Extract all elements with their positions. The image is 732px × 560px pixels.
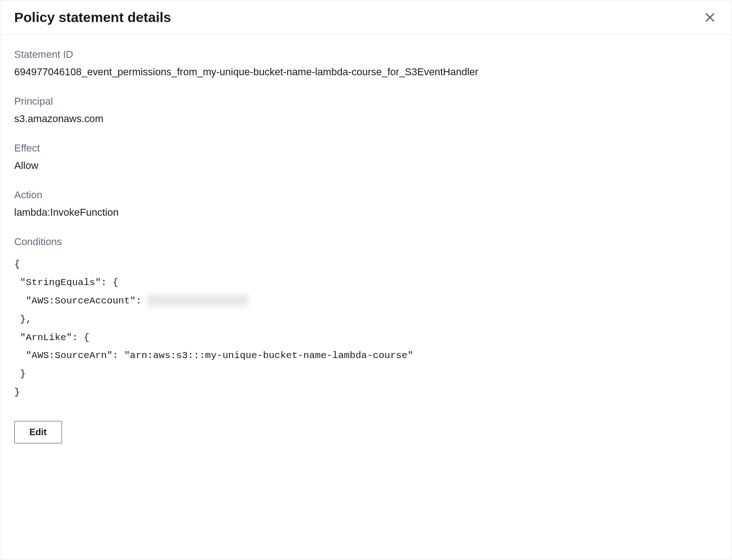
code-line: { — [14, 259, 20, 269]
code-line: } — [14, 387, 20, 398]
policy-statement-modal: Policy statement details Statement ID 69… — [0, 0, 732, 560]
code-line: "ArnLike": { — [14, 332, 89, 343]
statement-id-field: Statement ID 694977046108_event_permissi… — [14, 49, 718, 78]
modal-footer: Edit — [14, 421, 718, 443]
action-label: Action — [14, 189, 718, 201]
statement-id-value: 694977046108_event_permissions_from_my-u… — [14, 66, 718, 78]
code-line: "AWS:SourceAccount": — [14, 296, 147, 306]
conditions-label: Conditions — [14, 236, 718, 248]
action-value: lambda:InvokeFunction — [14, 207, 718, 218]
effect-field: Effect Allow — [14, 142, 718, 172]
code-line: }, — [14, 314, 32, 325]
edit-button[interactable]: Edit — [14, 421, 62, 443]
modal-header: Policy statement details — [0, 0, 732, 35]
principal-field: Principal s3.amazonaws.com — [14, 95, 718, 125]
conditions-field: Conditions { "StringEquals": { "AWS:Sour… — [14, 236, 718, 402]
principal-value: s3.amazonaws.com — [14, 113, 718, 125]
action-field: Action lambda:InvokeFunction — [14, 189, 718, 218]
statement-id-label: Statement ID — [14, 49, 718, 61]
effect-value: Allow — [14, 160, 718, 172]
close-icon — [704, 11, 716, 23]
modal-title: Policy statement details — [14, 10, 171, 25]
code-line: "StringEquals": { — [14, 277, 118, 288]
code-line: "AWS:SourceArn": "arn:aws:s3:::my-unique… — [14, 350, 413, 361]
close-button[interactable] — [702, 10, 718, 25]
conditions-code: { "StringEquals": { "AWS:SourceAccount":… — [14, 255, 718, 402]
code-line: } — [14, 369, 26, 379]
effect-label: Effect — [14, 142, 718, 154]
redacted-source-account — [147, 295, 248, 307]
principal-label: Principal — [14, 95, 718, 107]
modal-body: Statement ID 694977046108_event_permissi… — [0, 35, 732, 560]
